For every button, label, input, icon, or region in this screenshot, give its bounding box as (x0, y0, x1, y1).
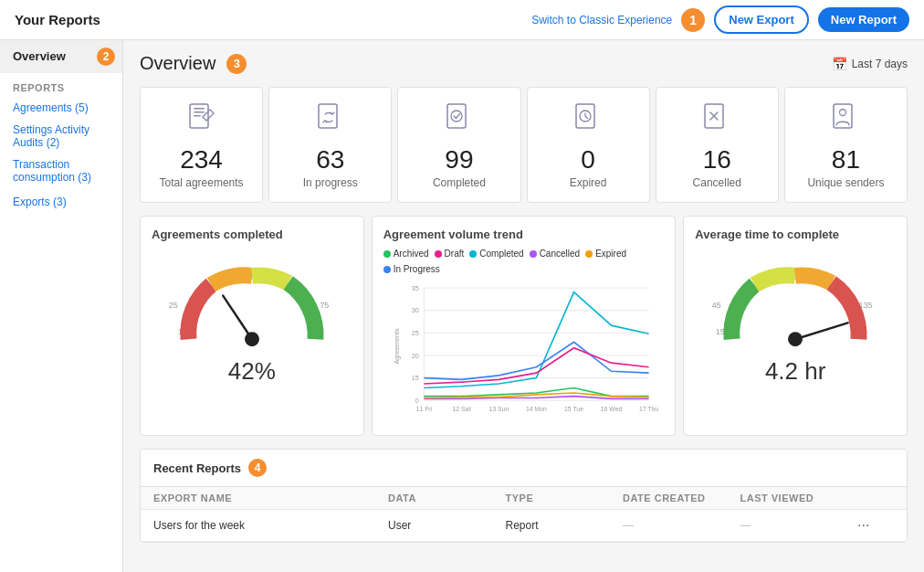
charts-row: Agreements completed 10 25 50 75 (140, 216, 908, 436)
new-export-button[interactable]: New Export (714, 5, 809, 34)
stat-label-inprogress: In progress (303, 176, 358, 189)
legend-dot-cancelled (530, 250, 537, 258)
row-more-button[interactable]: ··· (857, 517, 894, 534)
stat-card-cancelled: 16 Cancelled (656, 87, 779, 203)
col-header-name: EXPORT NAME (153, 493, 388, 503)
stat-label-expired: Expired (570, 176, 607, 189)
main-area: Overview 2 REPORTS Agreements (5) Settin… (0, 40, 924, 572)
stat-card-senders: 81 Unique senders (784, 87, 908, 203)
chart-legend: Archived Draft Completed Cancelled (383, 249, 665, 274)
app-container: Your Reports Switch to Classic Experienc… (0, 0, 924, 572)
legend-label-completed: Completed (479, 249, 523, 259)
svg-rect-2 (194, 111, 205, 113)
new-report-button[interactable]: New Report (818, 7, 909, 32)
svg-line-18 (223, 296, 252, 340)
senders-icon (828, 101, 863, 142)
badge-3: 3 (226, 54, 247, 74)
gauge-completed-value: 42% (228, 357, 276, 386)
badge-1: 1 (681, 8, 705, 32)
stat-label-completed: Completed (433, 176, 486, 189)
stat-value-completed: 99 (445, 147, 473, 173)
svg-text:Agreements: Agreements (393, 328, 401, 365)
date-filter-label: Last 7 days (852, 58, 908, 70)
svg-rect-3 (194, 115, 201, 117)
date-filter[interactable]: 📅 Last 7 days (832, 57, 908, 71)
stat-value-cancelled: 16 (703, 147, 731, 173)
col-header-date: DATE CREATED (623, 493, 740, 503)
svg-text:14 Mon: 14 Mon (526, 406, 547, 412)
table-header: EXPORT NAME DATA TYPE DATE CREATED LAST … (141, 487, 907, 510)
volume-chart-svg: 35 30 25 20 15 0 Agreements 11 Fri 12 Sa… (383, 280, 665, 421)
gauge-avgtime-container: 15 45 90 135 (695, 249, 896, 386)
svg-line-45 (795, 323, 848, 339)
expired-icon (571, 101, 605, 142)
badge-4: 4 (248, 459, 267, 477)
app-title: Your Reports (15, 12, 100, 27)
svg-text:45: 45 (712, 301, 721, 310)
svg-text:15: 15 (716, 327, 725, 336)
sidebar-link-agreements[interactable]: Agreements (5) (0, 97, 122, 119)
inprogress-icon (313, 101, 348, 142)
svg-text:20: 20 (412, 352, 419, 360)
stat-label-senders: Unique senders (807, 176, 884, 189)
stats-row: 234 Total agreements 63 In pr (140, 87, 908, 203)
chart-avgtime-title: Average time to complete (695, 228, 896, 241)
legend-inprogress: In Progress (383, 264, 440, 274)
legend-label-cancelled: Cancelled (540, 249, 580, 259)
recent-reports-header: Recent Reports 4 (141, 450, 907, 487)
legend-dot-draft (435, 250, 442, 258)
svg-text:16 Wed: 16 Wed (601, 406, 623, 412)
svg-text:11 Fri: 11 Fri (415, 406, 432, 412)
svg-text:15: 15 (412, 374, 419, 382)
svg-text:15 Tue: 15 Tue (564, 406, 583, 412)
stat-value-total: 234 (180, 147, 223, 173)
sidebar-link-transaction[interactable]: Transaction consumption (3) (0, 154, 122, 188)
badge-2: 2 (97, 48, 115, 66)
svg-point-46 (788, 332, 803, 346)
legend-label-draft: Draft (445, 249, 465, 259)
svg-text:12 Sat: 12 Sat (452, 406, 470, 412)
svg-rect-5 (447, 104, 466, 128)
svg-text:30: 30 (412, 306, 419, 314)
svg-point-6 (451, 111, 462, 122)
svg-text:75: 75 (320, 301, 329, 310)
chart-volume: Agreement volume trend Archived Draft (372, 216, 677, 436)
svg-text:0: 0 (415, 397, 419, 405)
stat-card-expired: 0 Expired (527, 87, 650, 203)
legend-label-archived: Archived (394, 249, 429, 259)
table-row: Users for the week User Report — — ··· (141, 510, 907, 542)
chart-volume-title: Agreement volume trend (383, 228, 665, 241)
top-bar-right: Switch to Classic Experience 1 New Expor… (531, 5, 909, 34)
chart-avgtime: Average time to complete 15 45 90 135 (683, 216, 908, 436)
recent-reports-title: Recent Reports (153, 461, 241, 475)
row-last-viewed: — (740, 519, 858, 532)
svg-text:13 Sun: 13 Sun (488, 406, 509, 412)
legend-cancelled: Cancelled (530, 249, 580, 259)
calendar-icon: 📅 (832, 57, 847, 71)
sidebar-link-exports[interactable]: Exports (3) (0, 188, 122, 216)
legend-archived: Archived (383, 249, 429, 259)
sidebar-link-settings-audits[interactable]: Settings Activity Audits (2) (0, 119, 122, 154)
switch-classic-link[interactable]: Switch to Classic Experience (531, 14, 672, 26)
svg-rect-4 (319, 104, 337, 128)
legend-draft: Draft (435, 249, 465, 259)
svg-point-19 (245, 332, 259, 346)
svg-text:17 Thu: 17 Thu (639, 406, 658, 412)
page-title: Overview (140, 53, 215, 74)
legend-dot-inprogress (383, 266, 391, 273)
content-header: Overview 3 📅 Last 7 days (140, 53, 908, 74)
chart-completed-title: Agreements completed (152, 228, 352, 241)
gauge-avgtime-value: 4.2 hr (765, 357, 826, 386)
svg-text:25: 25 (412, 329, 419, 337)
stat-label-total: Total agreements (160, 176, 244, 189)
stat-label-cancelled: Cancelled (693, 176, 741, 189)
stat-value-senders: 81 (832, 147, 860, 173)
col-header-type: TYPE (506, 493, 624, 503)
legend-dot-completed (469, 250, 477, 258)
col-header-actions (857, 493, 894, 503)
stat-value-expired: 0 (581, 147, 595, 173)
svg-text:25: 25 (169, 301, 178, 310)
row-type: Report (506, 519, 624, 532)
total-agreements-icon (184, 101, 219, 142)
stat-card-total: 234 Total agreements (140, 87, 263, 203)
